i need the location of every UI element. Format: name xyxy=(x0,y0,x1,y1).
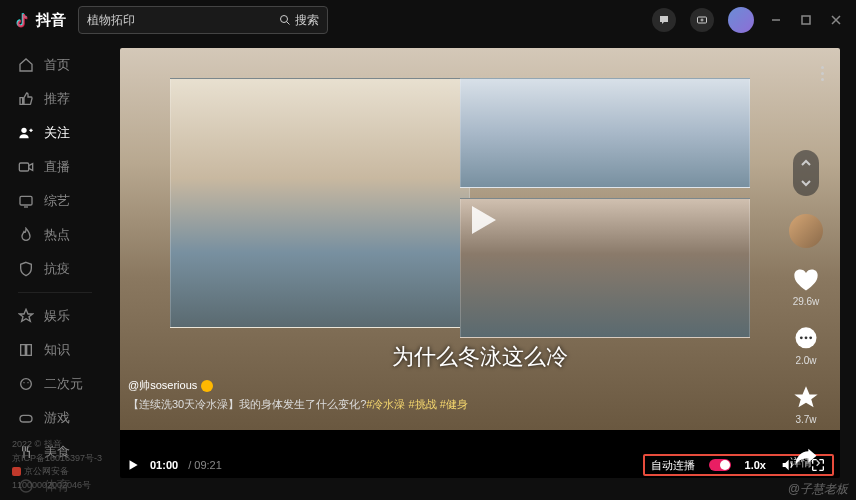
svg-point-0 xyxy=(281,16,288,23)
star-icon xyxy=(792,384,820,412)
maximize-icon xyxy=(800,14,812,26)
user-avatar[interactable] xyxy=(728,7,754,33)
douyin-icon xyxy=(12,11,30,29)
badge-icon xyxy=(12,467,21,476)
svg-point-14 xyxy=(800,336,803,339)
play-button[interactable] xyxy=(456,196,504,244)
share-button[interactable] xyxy=(792,443,820,471)
share-icon xyxy=(792,443,820,471)
favorite-button[interactable]: 3.7w xyxy=(792,384,820,425)
search-icon xyxy=(279,14,291,26)
message-button[interactable] xyxy=(652,8,676,32)
close-button[interactable] xyxy=(828,12,844,28)
footer-info: 2022 © 抖音 京ICP备16016397号-3 京公网安备 1100000… xyxy=(12,438,102,492)
video-caption: 为什么冬泳这么冷 xyxy=(392,342,568,372)
svg-point-5 xyxy=(21,128,26,133)
close-icon xyxy=(830,14,842,26)
heart-icon xyxy=(792,266,820,294)
current-time: 01:00 xyxy=(150,459,178,471)
home-icon xyxy=(18,57,34,73)
app-logo[interactable]: 抖音 xyxy=(12,11,66,30)
shield-icon xyxy=(18,261,34,277)
sidebar-item-follow[interactable]: 关注 xyxy=(0,116,110,150)
svg-rect-6 xyxy=(19,163,28,171)
dots-icon xyxy=(821,66,824,69)
next-video-button[interactable] xyxy=(797,174,815,192)
search-box[interactable]: 搜索 xyxy=(78,6,328,34)
sidebar-divider xyxy=(18,292,92,293)
action-rail: 29.6w 2.0w 3.7w xyxy=(788,150,824,471)
sidebar-item-home[interactable]: 首页 xyxy=(0,48,110,82)
sidebar-item-anime[interactable]: 二次元 xyxy=(0,367,110,401)
like-button[interactable]: 29.6w xyxy=(792,266,820,307)
book-icon xyxy=(18,342,34,358)
sidebar-item-trending[interactable]: 热点 xyxy=(0,218,110,252)
upload-button[interactable] xyxy=(690,8,714,32)
svg-point-8 xyxy=(21,379,32,390)
playback-speed[interactable]: 1.0x xyxy=(745,459,766,471)
more-button[interactable] xyxy=(821,66,824,81)
thumbs-up-icon xyxy=(18,91,34,107)
maximize-button[interactable] xyxy=(798,12,814,28)
app-name: 抖音 xyxy=(36,11,66,30)
video-frame xyxy=(170,78,470,328)
sidebar-item-live[interactable]: 直播 xyxy=(0,150,110,184)
search-button[interactable]: 搜索 xyxy=(279,12,319,29)
user-icon xyxy=(18,125,34,141)
sidebar-item-knowledge[interactable]: 知识 xyxy=(0,333,110,367)
sparkle-icon xyxy=(18,376,34,392)
sidebar-item-game[interactable]: 游戏 xyxy=(0,401,110,435)
svg-rect-11 xyxy=(20,415,32,422)
video-player: 为什么冬泳这么冷 @帅soserious 【连续洗30天冷水澡】我的身体发生了什… xyxy=(120,48,840,478)
prev-video-button[interactable] xyxy=(797,154,815,172)
play-icon xyxy=(456,196,504,244)
video-icon xyxy=(18,159,34,175)
svg-rect-4 xyxy=(802,16,810,24)
duration: / 09:21 xyxy=(188,459,222,471)
video-meta: @帅soserious 【连续洗30天冷水澡】我的身体发生了什么变化?#冷水澡 … xyxy=(128,378,468,412)
search-input[interactable] xyxy=(87,13,279,27)
author-avatar[interactable] xyxy=(789,214,823,248)
minimize-button[interactable] xyxy=(768,12,784,28)
svg-point-9 xyxy=(23,382,24,383)
video-frame xyxy=(460,78,750,188)
tv-icon xyxy=(18,193,34,209)
plus-icon xyxy=(696,14,708,26)
sidebar-item-covid[interactable]: 抗疫 xyxy=(0,252,110,286)
sidebar-item-variety[interactable]: 综艺 xyxy=(0,184,110,218)
comment-icon xyxy=(792,325,820,353)
video-canvas[interactable]: 为什么冬泳这么冷 @帅soserious 【连续洗30天冷水澡】我的身体发生了什… xyxy=(120,48,840,430)
video-author[interactable]: @帅soserious xyxy=(128,378,468,393)
video-nav xyxy=(793,150,819,196)
verified-icon xyxy=(201,380,213,392)
autoplay-label: 自动连播 xyxy=(651,458,695,473)
sidebar-item-entertainment[interactable]: 娱乐 xyxy=(0,299,110,333)
sidebar: 首页 推荐 关注 直播 综艺 热点 抗疫 娱乐 知识 二次元 游戏 美食 体育 … xyxy=(0,40,110,500)
comment-button[interactable]: 2.0w xyxy=(792,325,820,366)
svg-point-15 xyxy=(805,336,808,339)
minimize-icon xyxy=(770,14,782,26)
svg-point-16 xyxy=(809,336,812,339)
autoplay-toggle[interactable] xyxy=(709,459,731,471)
play-small-icon[interactable] xyxy=(126,458,140,472)
video-title: 【连续洗30天冷水澡】我的身体发生了什么变化? xyxy=(128,398,366,410)
svg-point-10 xyxy=(27,382,28,383)
sidebar-item-recommend[interactable]: 推荐 xyxy=(0,82,110,116)
video-tags[interactable]: #冷水澡 #挑战 #健身 xyxy=(366,398,467,410)
message-icon xyxy=(658,14,670,26)
chevron-down-icon xyxy=(800,177,812,189)
flame-icon xyxy=(18,227,34,243)
gamepad-icon xyxy=(18,410,34,426)
svg-rect-7 xyxy=(20,196,32,205)
svg-line-1 xyxy=(287,22,290,25)
chevron-up-icon xyxy=(800,157,812,169)
watermark: @子慧老板 xyxy=(788,481,848,498)
star-icon xyxy=(18,308,34,324)
